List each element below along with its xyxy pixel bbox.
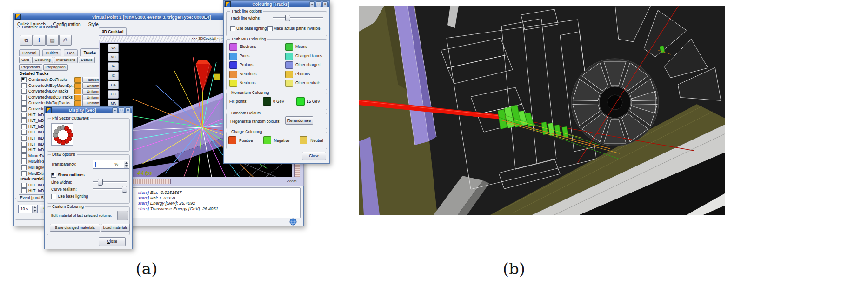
- tab[interactable]: Geo: [64, 49, 78, 56]
- track-checkbox[interactable]: [21, 153, 27, 159]
- make-paths-invisible-checkbox[interactable]: [267, 26, 273, 31]
- track-checkbox[interactable]: [21, 183, 27, 188]
- maximize-icon[interactable]: □: [119, 107, 124, 113]
- track-checkbox[interactable]: [21, 100, 27, 106]
- momentum-0gev-swatch[interactable]: [263, 97, 271, 106]
- track-row[interactable]: ConvertedMuIdCBTracks Uniform: [18, 94, 99, 100]
- projection-tab[interactable]: CA: [108, 81, 119, 89]
- show-outlines-checkbox[interactable]: [51, 173, 56, 178]
- pid-label: Neutrinos: [240, 72, 256, 76]
- subtab-button[interactable]: Details: [79, 57, 94, 63]
- spinbox-arrows-icon[interactable]: [124, 161, 128, 168]
- print-icon[interactable]: ⎙: [59, 35, 72, 46]
- projection-tab[interactable]: IC: [108, 72, 119, 80]
- rerandomise-button[interactable]: Rerandomise: [285, 116, 313, 125]
- tab[interactable]: Tracks: [80, 48, 99, 56]
- tab[interactable]: Guides: [42, 49, 61, 56]
- save-materials-button[interactable]: Save changed materials: [50, 224, 100, 232]
- line-widths-slider[interactable]: [93, 179, 127, 185]
- track-label: ConvertedMuTagTracks: [28, 100, 70, 105]
- pid-colour-swatch[interactable]: [229, 71, 237, 78]
- zoom-thumbwheel[interactable]: [294, 162, 300, 177]
- track-colour-swatch[interactable]: [74, 83, 81, 89]
- track-checkbox[interactable]: [21, 77, 27, 82]
- close-icon[interactable]: ×: [322, 1, 328, 7]
- track-checkbox[interactable]: [21, 124, 27, 129]
- close-button[interactable]: Close: [99, 237, 126, 246]
- material-colour-button[interactable]: [117, 211, 128, 220]
- maximize-icon[interactable]: □: [316, 1, 321, 7]
- subtab-button[interactable]: Projections: [19, 64, 42, 71]
- load-materials-button[interactable]: Load materials: [101, 224, 130, 232]
- charge-colour-swatch[interactable]: [263, 136, 271, 144]
- info-icon[interactable]: ℹ: [33, 35, 46, 46]
- track-row[interactable]: CombinedInDetTracks Random: [18, 77, 99, 83]
- track-checkbox[interactable]: [21, 130, 27, 135]
- track-checkbox[interactable]: [21, 95, 27, 100]
- minimize-icon[interactable]: –: [112, 107, 118, 113]
- track-checkbox[interactable]: [21, 147, 27, 153]
- pid-colour-swatch[interactable]: [229, 43, 237, 51]
- charge-colour-swatch[interactable]: [300, 136, 307, 144]
- charge-colour-swatch[interactable]: [228, 136, 236, 144]
- curve-realism-slider[interactable]: [93, 186, 127, 192]
- track-checkbox[interactable]: [21, 106, 27, 112]
- track-row[interactable]: ConvertedMBoyMuonSp... Uniform: [18, 83, 99, 89]
- pid-colour-swatch[interactable]: [285, 71, 293, 78]
- track-colour-swatch[interactable]: [74, 77, 81, 83]
- track-colour-swatch[interactable]: [74, 95, 81, 100]
- subtab-button[interactable]: Colouring: [32, 57, 53, 63]
- projection-tab[interactable]: VA: [108, 44, 119, 52]
- display-dialog-titlebar[interactable]: Display [Geo] – □ ×: [45, 107, 132, 113]
- track-checkbox[interactable]: [21, 118, 27, 123]
- track-colour-swatch[interactable]: [74, 100, 81, 106]
- fullscreen-icon[interactable]: ⧉: [20, 35, 33, 46]
- track-checkbox[interactable]: [21, 188, 27, 193]
- spinbox-arrows-icon[interactable]: [32, 206, 37, 213]
- use-base-lighting-checkbox[interactable]: [230, 26, 235, 31]
- track-row[interactable]: ConvertedMBoyTracks Uniform: [18, 88, 99, 94]
- snapshot-icon[interactable]: ▤: [46, 35, 59, 46]
- subtab-button[interactable]: Cuts: [19, 57, 31, 63]
- pid-label: Neutrons: [240, 80, 256, 85]
- close-icon[interactable]: ×: [125, 107, 131, 113]
- track-checkbox[interactable]: [21, 83, 27, 88]
- colouring-dialog-titlebar[interactable]: Colouring [Tracks] – □ ×: [224, 1, 329, 7]
- menu-item[interactable]: Style: [88, 22, 99, 27]
- use-base-lighting-checkbox[interactable]: [51, 194, 56, 199]
- track-checkbox[interactable]: [21, 113, 27, 118]
- phi-sector-widget[interactable]: [51, 123, 73, 146]
- pid-colour-swatch[interactable]: [229, 80, 237, 87]
- tab[interactable]: General: [19, 49, 40, 56]
- message-line: sters] Eta: -0.0151567: [138, 190, 300, 195]
- close-button[interactable]: Close: [302, 152, 326, 160]
- pid-colour-swatch[interactable]: [285, 53, 293, 60]
- track-checkbox[interactable]: [21, 159, 27, 164]
- subtab-button[interactable]: Propagation: [43, 64, 68, 71]
- momentum-15gev-swatch[interactable]: [296, 97, 305, 106]
- transparency-spinbox[interactable]: %: [93, 160, 129, 169]
- pid-colour-swatch[interactable]: [229, 53, 237, 60]
- projection-tab[interactable]: CC: [108, 90, 119, 99]
- pid-legend-item: Neutrinos: [227, 70, 278, 79]
- projection-tab[interactable]: VC: [108, 53, 119, 61]
- track-checkbox[interactable]: [21, 142, 27, 147]
- track-checkbox[interactable]: [21, 171, 27, 176]
- detector-3d-view[interactable]: [359, 6, 725, 215]
- subtab-button[interactable]: Interactions: [54, 57, 78, 63]
- track-line-width-slider[interactable]: [273, 15, 323, 20]
- track-row[interactable]: ConvertedMuTagTracks Uniform: [18, 100, 99, 106]
- track-label: ConvertedMuIdCBTracks: [28, 95, 73, 100]
- pid-colour-swatch[interactable]: [285, 80, 293, 87]
- track-checkbox[interactable]: [21, 89, 27, 94]
- viewport-tab[interactable]: 3D Cocktail: [99, 27, 127, 35]
- minimize-icon[interactable]: –: [309, 1, 315, 7]
- track-checkbox[interactable]: [21, 136, 27, 141]
- projection-tab[interactable]: IA: [108, 62, 119, 71]
- pid-colour-swatch[interactable]: [229, 61, 237, 69]
- pid-colour-swatch[interactable]: [285, 43, 293, 51]
- event-interval-spinbox[interactable]: 10 s: [18, 205, 38, 213]
- pid-colour-swatch[interactable]: [285, 61, 293, 69]
- track-colour-swatch[interactable]: [74, 89, 81, 94]
- track-checkbox[interactable]: [21, 165, 27, 170]
